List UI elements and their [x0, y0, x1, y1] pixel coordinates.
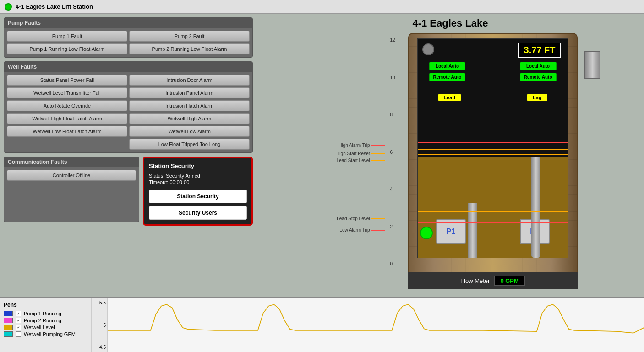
pump-faults-body: Pump 1 Fault Pump 2 Fault Pump 1 Running…: [4, 28, 252, 57]
controller-offline-btn[interactable]: Controller Offline: [7, 170, 136, 181]
lead-start-label: Lead Start Level: [337, 158, 385, 163]
security-status: Status: Security Armed: [149, 173, 247, 179]
window-title: 4-1 Eagles Lake Lift Station: [16, 3, 93, 10]
pump-p1-label: P1: [446, 227, 455, 236]
scale-4: 4: [390, 187, 395, 192]
chart-area: Pens ✓ Pump 1 Running ✓ Pump 2 Running ✓…: [0, 297, 644, 352]
wetwell-low-float-btn[interactable]: Wetwell Low Float Latch Alarm: [7, 126, 127, 137]
scale-12: 12: [390, 38, 395, 43]
lead-stop-level-line: [418, 211, 568, 212]
legend-check-pump2[interactable]: ✓: [16, 318, 21, 323]
chart-legend-title: Pens: [4, 302, 87, 308]
lead-stop-line: [371, 218, 385, 219]
chart-main: [108, 298, 644, 352]
lead-label: Lead: [438, 94, 461, 101]
comm-security-row: Communication Faults Controller Offline …: [4, 157, 253, 226]
status-panel-power-fail-btn[interactable]: Status Panel Power Fail: [7, 75, 127, 86]
lag-label: Lag: [527, 94, 547, 101]
remote-auto-2-btn[interactable]: Remote Auto: [520, 73, 557, 81]
pump-faults-panel: Pump Faults Pump 1 Fault Pump 2 Fault Pu…: [4, 17, 253, 58]
wetwell-low-btn[interactable]: Wetwell Low Alarm: [129, 126, 250, 137]
legend-label-wetwell: Wetwell Level: [24, 325, 55, 330]
legend-label-pump1: Pump 1 Running: [24, 311, 61, 316]
security-panel-title: Station Security: [149, 162, 247, 169]
local-auto-1-btn[interactable]: Local Auto: [429, 62, 466, 70]
legend-color-gpm: [4, 331, 13, 337]
low-alarm-label: Low Alarm Trip: [339, 227, 385, 233]
well-faults-body: Status Panel Power Fail Intrusion Door A…: [4, 72, 252, 152]
legend-check-wetwell[interactable]: ✓: [16, 325, 21, 330]
high-alarm-line: [371, 145, 385, 146]
legend-color-wetwell: [4, 325, 13, 330]
station-tank: 3.77 FT Local Auto Remote Auto Lead Loca…: [401, 33, 594, 289]
low-alarm-trip-line: [418, 222, 568, 223]
high-start-line: [371, 153, 385, 154]
pump2-fault-btn[interactable]: Pump 2 Fault: [129, 31, 250, 42]
lead-stop-label: Lead Stop Level: [337, 216, 385, 221]
pipe-connector: [584, 51, 600, 79]
wetwell-high-btn[interactable]: Wetwell High Alarm: [129, 113, 250, 124]
gray-indicator-circle: [422, 43, 434, 55]
comm-faults-header: Communication Faults: [4, 157, 139, 167]
left-panel: Pump Faults Pump 1 Fault Pump 2 Fault Pu…: [0, 14, 257, 297]
pump1-fault-btn[interactable]: Pump 1 Fault: [7, 31, 127, 42]
scale-0: 0: [390, 261, 395, 266]
pump2-low-float-btn[interactable]: Pump 2 Running Low Float Alarm: [129, 43, 250, 54]
legend-item-pump1: ✓ Pump 1 Running: [4, 311, 87, 316]
title-bar: 4-1 Eagles Lake Lift Station: [0, 0, 644, 14]
high-start-reset-label: High Start Reset: [336, 151, 385, 156]
pump-faults-grid: Pump 1 Fault Pump 2 Fault Pump 1 Running…: [7, 31, 250, 54]
high-alarm-trip-line: [418, 142, 568, 143]
legend-check-gpm[interactable]: [16, 331, 21, 337]
well-faults-panel: Well Faults Status Panel Power Fail Intr…: [4, 61, 253, 153]
scale-2: 2: [390, 224, 395, 229]
comm-faults-panel: Communication Faults Controller Offline: [4, 157, 139, 222]
y-axis-mid: 5: [93, 323, 106, 328]
level-display: 3.77 FT: [518, 43, 561, 58]
level-value: 3.77 FT: [524, 45, 556, 55]
legend-label-pump2: Pump 2 Running: [24, 318, 61, 323]
pump-faults-header: Pump Faults: [4, 18, 252, 28]
comm-faults-body: Controller Offline: [4, 167, 139, 184]
main-content: Pump Faults Pump 1 Fault Pump 2 Fault Pu…: [0, 14, 644, 297]
chart-yaxis: 5.5 5 4.5: [92, 298, 108, 352]
well-faults-header: Well Faults: [4, 62, 252, 72]
scale-8: 8: [390, 112, 395, 117]
title-icon: [5, 3, 12, 11]
wetwell-high-float-btn[interactable]: Wetwell High Float Latch Alarm: [7, 113, 127, 124]
legend-item-wetwell: ✓ Wetwell Level: [4, 325, 87, 330]
diagram-container: 12 10 8 6 4 2 0 High Alarm Trip High Sta…: [307, 33, 594, 289]
chart-svg: [108, 298, 644, 352]
security-users-btn[interactable]: Security Users: [149, 206, 247, 220]
pump1-low-float-btn[interactable]: Pump 1 Running Low Float Alarm: [7, 43, 127, 54]
pipe-right: [531, 157, 540, 258]
legend-color-pump1: [4, 311, 13, 316]
tank-inner: 3.77 FT Local Auto Remote Auto Lead Loca…: [417, 38, 568, 258]
wetwell-transmitter-btn[interactable]: Wetwell Level Transmitter Fail: [7, 87, 127, 98]
intrusion-door-btn[interactable]: Intrusion Door Alarm: [129, 75, 250, 86]
left-controls: Local Auto Remote Auto: [429, 62, 466, 81]
station-security-btn[interactable]: Station Security: [149, 190, 247, 203]
remote-auto-1-btn[interactable]: Remote Auto: [429, 73, 466, 81]
high-alarm-trip-label: High Alarm Trip: [338, 143, 385, 148]
low-float-tripped-btn[interactable]: Low Float Tripped Too Long: [129, 139, 250, 150]
legend-item-gpm: Wetwell Pumping GPM: [4, 331, 87, 337]
well-faults-grid: Status Panel Power Fail Intrusion Door A…: [7, 75, 250, 150]
security-timeout: Timeout: 00:00:00: [149, 179, 247, 185]
scale-marks: 12 10 8 6 4 2 0: [390, 38, 395, 266]
legend-item-pump2: ✓ Pump 2 Running: [4, 318, 87, 323]
legend-color-pump2: [4, 318, 13, 323]
local-auto-2-btn[interactable]: Local Auto: [520, 62, 557, 70]
intrusion-hatch-btn[interactable]: Intrusion Hatch Alarm: [129, 100, 250, 111]
chart-legend: Pens ✓ Pump 1 Running ✓ Pump 2 Running ✓…: [0, 298, 92, 352]
high-start-reset-line: [418, 149, 568, 150]
scale-10: 10: [390, 75, 395, 80]
intrusion-panel-btn[interactable]: Intrusion Panel Alarm: [129, 87, 250, 98]
low-alarm-line: [371, 230, 385, 231]
auto-rotate-btn[interactable]: Auto Rotate Override: [7, 100, 127, 111]
lead-start-level-line: [418, 154, 568, 155]
y-axis-bot: 4.5: [93, 345, 106, 350]
flow-meter-value: 0 GPM: [494, 276, 524, 286]
y-axis-top: 5.5: [93, 300, 106, 305]
legend-check-pump1[interactable]: ✓: [16, 311, 21, 316]
